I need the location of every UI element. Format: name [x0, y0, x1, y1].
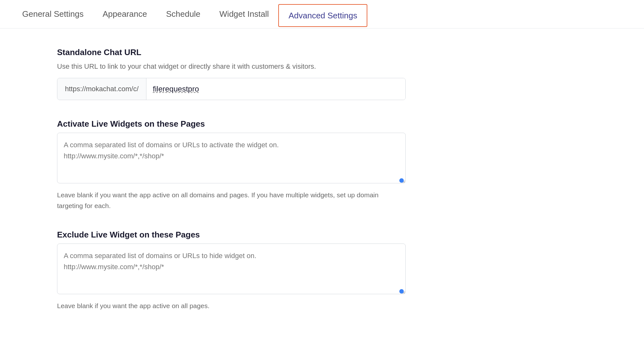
url-prefix: https://mokachat.com/c/	[57, 78, 146, 100]
activate-resize-dot	[399, 178, 404, 183]
tab-bar: General Settings Appearance Schedule Wid…	[0, 0, 644, 28]
activate-textarea-wrapper	[57, 133, 406, 185]
standalone-url-desc: Use this URL to link to your chat widget…	[57, 61, 387, 72]
tab-advanced[interactable]: Advanced Settings	[278, 4, 367, 27]
tab-appearance[interactable]: Appearance	[93, 0, 157, 28]
url-input-group: https://mokachat.com/c/	[57, 78, 406, 100]
exclude-title: Exclude Live Widget on these Pages	[57, 230, 387, 240]
standalone-url-title: Standalone Chat URL	[57, 48, 387, 57]
exclude-section: Exclude Live Widget on these Pages Leave…	[57, 230, 387, 311]
tab-schedule[interactable]: Schedule	[157, 0, 210, 28]
main-content: Standalone Chat URL Use this URL to link…	[0, 28, 444, 349]
exclude-textarea-wrapper	[57, 244, 406, 295]
tab-general[interactable]: General Settings	[13, 0, 93, 28]
activate-textarea[interactable]	[57, 133, 406, 183]
tab-widget-install[interactable]: Widget Install	[210, 0, 278, 28]
activate-hint: Leave blank if you want the app active o…	[57, 190, 387, 211]
exclude-hint: Leave blank if you want the app active o…	[57, 301, 387, 311]
exclude-textarea[interactable]	[57, 244, 406, 294]
activate-section: Activate Live Widgets on these Pages Lea…	[57, 119, 387, 211]
activate-title: Activate Live Widgets on these Pages	[57, 119, 387, 129]
url-suffix-input[interactable]	[146, 78, 405, 100]
footer-buttons: Cancel Save	[0, 356, 644, 361]
standalone-url-section: Standalone Chat URL Use this URL to link…	[57, 48, 387, 100]
